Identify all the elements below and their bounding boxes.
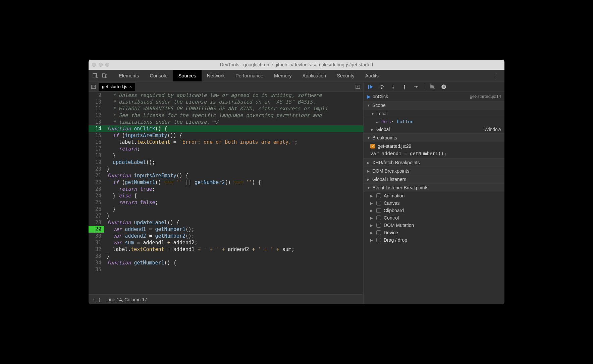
gutter[interactable]: 14 — [89, 125, 104, 132]
gutter[interactable]: 18 — [89, 152, 104, 159]
code-line[interactable]: 18 } — [89, 152, 363, 159]
code-line[interactable]: 30 var addend2 = getNumber2(); — [89, 233, 363, 239]
code-line[interactable]: 12 * See the License for the specific la… — [89, 112, 363, 119]
checkbox-empty-icon[interactable] — [376, 193, 381, 198]
gutter[interactable]: 28 — [89, 219, 104, 226]
panel-tab-security[interactable]: Security — [331, 70, 360, 81]
expand-icon[interactable]: ▶ — [370, 216, 374, 220]
event-category[interactable]: ▶Device — [364, 229, 504, 236]
code-line[interactable]: 24 } else { — [89, 192, 363, 199]
event-category[interactable]: ▶Canvas — [364, 199, 504, 207]
step-into-icon[interactable] — [390, 83, 396, 90]
kebab-menu-icon[interactable]: ⋮ — [490, 72, 502, 79]
code-line[interactable]: 13 * limitations under the License. */ — [89, 119, 363, 125]
code-line[interactable]: 17 return; — [89, 145, 363, 152]
code-line[interactable]: 31 var sum = addend1 + addend2; — [89, 239, 363, 246]
code-line[interactable]: 34function getNumber1() { — [89, 259, 363, 266]
checkbox-checked-icon[interactable]: ✓ — [370, 144, 375, 148]
step-icon[interactable] — [413, 83, 419, 90]
navigator-toggle-icon[interactable] — [89, 84, 99, 89]
code-line[interactable]: 20} — [89, 166, 363, 172]
pretty-print-icon[interactable]: { } — [93, 297, 101, 302]
callstack-current[interactable]: ▶ onClick get-started.js:14 — [364, 92, 504, 101]
event-category[interactable]: ▶Drag / drop — [364, 236, 504, 244]
gutter[interactable]: 22 — [89, 179, 104, 186]
expand-icon[interactable]: ▶ — [370, 201, 374, 205]
code-line[interactable]: 9 * Unless required by applicable law or… — [89, 92, 363, 99]
expand-icon[interactable]: ▶ — [370, 194, 374, 198]
scope-this[interactable]: ▶ this: button — [364, 118, 504, 125]
checkbox-empty-icon[interactable] — [376, 223, 381, 228]
gutter[interactable]: 35 — [89, 266, 104, 273]
event-category[interactable]: ▶DOM Mutation — [364, 222, 504, 229]
section-dom-breakpoints[interactable]: ▶DOM Breakpoints — [364, 167, 504, 175]
breakpoint-marker-icon[interactable]: 29 — [89, 226, 104, 233]
section-breakpoints[interactable]: ▼Breakpoints — [364, 134, 504, 142]
scope-global[interactable]: ▶GlobalWindow — [364, 125, 504, 134]
code-line[interactable]: 23 return true; — [89, 186, 363, 192]
close-icon[interactable]: × — [129, 84, 132, 89]
code-line[interactable]: 11 * WITHOUT WARRANTIES OR CONDITIONS OF… — [89, 105, 363, 112]
gutter[interactable]: 23 — [89, 186, 104, 192]
code-editor[interactable]: 9 * Unless required by applicable law or… — [89, 92, 363, 294]
code-line[interactable]: 29 var addend1 = getNumber1(); — [89, 226, 363, 233]
gutter[interactable]: 11 — [89, 105, 104, 112]
checkbox-empty-icon[interactable] — [376, 201, 381, 205]
panel-tab-sources[interactable]: Sources — [173, 70, 202, 81]
pause-exceptions-icon[interactable] — [440, 83, 447, 90]
breakpoint-item[interactable]: ✓ get-started.js:29 — [364, 142, 504, 150]
deactivate-breakpoints-icon[interactable] — [429, 83, 436, 90]
gutter[interactable]: 9 — [89, 92, 104, 99]
gutter[interactable]: 15 — [89, 132, 104, 139]
panel-tab-memory[interactable]: Memory — [269, 70, 297, 81]
panel-tab-performance[interactable]: Performance — [230, 70, 269, 81]
gutter[interactable]: 34 — [89, 259, 104, 266]
gutter[interactable]: 10 — [89, 99, 104, 105]
gutter[interactable]: 25 — [89, 199, 104, 206]
event-category[interactable]: ▶Clipboard — [364, 207, 504, 214]
expand-icon[interactable]: ▶ — [370, 231, 374, 235]
code-line[interactable]: 32 label.textContent = addend1 + ' + ' +… — [89, 246, 363, 253]
code-line[interactable]: 15 if (inputsAreEmpty()) { — [89, 132, 363, 139]
gutter[interactable]: 27 — [89, 213, 104, 219]
gutter[interactable]: 31 — [89, 239, 104, 246]
panel-tab-elements[interactable]: Elements — [113, 70, 144, 81]
resume-icon[interactable] — [367, 83, 374, 90]
code-line[interactable]: 28function updateLabel() { — [89, 219, 363, 226]
gutter[interactable]: 29 — [89, 226, 104, 233]
expand-icon[interactable]: ▶ — [370, 209, 374, 213]
gutter[interactable]: 20 — [89, 166, 104, 172]
panel-tab-audits[interactable]: Audits — [360, 70, 384, 81]
panel-tab-application[interactable]: Application — [297, 70, 331, 81]
expand-icon[interactable]: ▶ — [370, 238, 374, 242]
checkbox-empty-icon[interactable] — [376, 208, 381, 213]
checkbox-empty-icon[interactable] — [376, 238, 381, 242]
gutter[interactable]: 30 — [89, 233, 104, 239]
gutter[interactable]: 26 — [89, 206, 104, 213]
code-line[interactable]: 27} — [89, 213, 363, 219]
code-line[interactable]: 22 if (getNumber1() === '' || getNumber2… — [89, 179, 363, 186]
gutter[interactable]: 24 — [89, 192, 104, 199]
section-xhr-breakpoints[interactable]: ▶XHR/fetch Breakpoints — [364, 159, 504, 167]
code-line[interactable]: 16 label.textContent = 'Error: one or bo… — [89, 139, 363, 145]
code-line[interactable]: 33} — [89, 253, 363, 259]
gutter[interactable]: 33 — [89, 253, 104, 259]
code-line[interactable]: 10 * distributed under the License is di… — [89, 99, 363, 105]
scope-local[interactable]: ▼Local — [364, 110, 504, 118]
code-line[interactable]: 19 updateLabel(); — [89, 159, 363, 166]
code-line[interactable]: 14function onClick() { — [89, 125, 363, 132]
expand-icon[interactable]: ▶ — [370, 224, 374, 227]
gutter[interactable]: 16 — [89, 139, 104, 145]
device-toggle-icon[interactable] — [100, 71, 109, 80]
panel-tab-console[interactable]: Console — [144, 70, 173, 81]
file-tab-active[interactable]: get-started.js × — [99, 83, 135, 91]
event-category[interactable]: ▶Animation — [364, 192, 504, 199]
step-over-icon[interactable] — [378, 83, 385, 90]
code-line[interactable]: 25 return false; — [89, 199, 363, 206]
run-snippet-icon[interactable] — [355, 84, 363, 89]
gutter[interactable]: 17 — [89, 145, 104, 152]
inspect-icon[interactable] — [91, 71, 100, 80]
code-line[interactable]: 26 } — [89, 206, 363, 213]
panel-tab-network[interactable]: Network — [202, 70, 230, 81]
checkbox-empty-icon[interactable] — [376, 230, 381, 235]
